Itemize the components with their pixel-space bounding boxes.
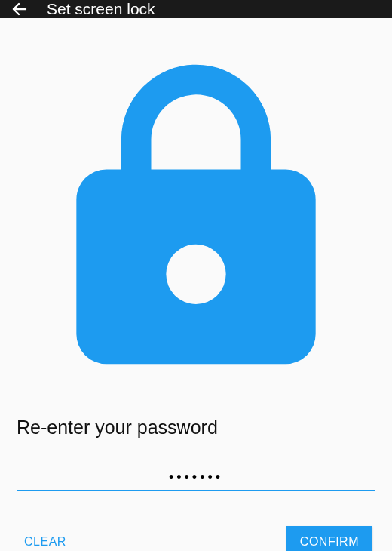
clear-button[interactable]: CLEAR <box>20 528 71 551</box>
app-header: Set screen lock <box>0 0 392 18</box>
page-title: Set screen lock <box>47 0 155 18</box>
password-input[interactable]: ••••••• <box>17 464 375 491</box>
content-area: Re-enter your password ••••••• CLEAR CON… <box>0 18 392 551</box>
back-arrow-icon[interactable] <box>11 0 29 18</box>
confirm-button[interactable]: CONFIRM <box>286 526 372 551</box>
lock-icon <box>17 383 375 396</box>
button-row: CLEAR CONFIRM <box>17 526 375 551</box>
prompt-text: Re-enter your password <box>17 417 375 439</box>
